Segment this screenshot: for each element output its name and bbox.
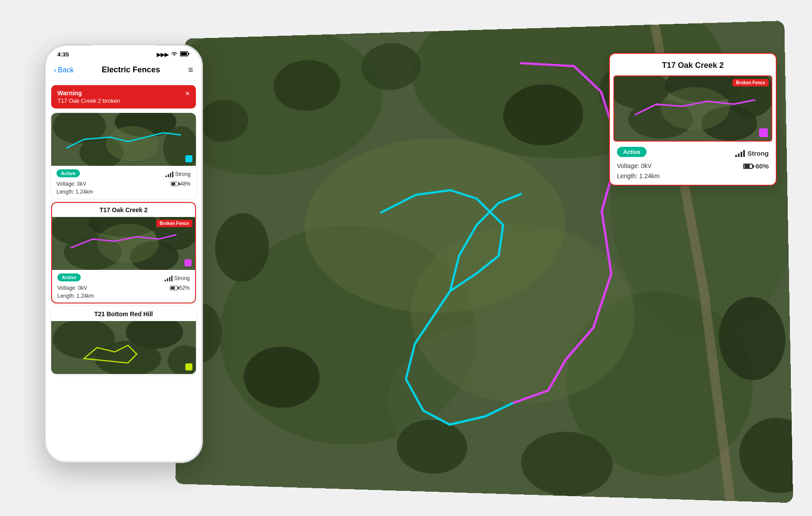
fence-title-3: T21 Bottom Red Hill — [51, 307, 196, 321]
fence-title-2: T17 Oak Creek 2 — [52, 203, 195, 217]
fence-card-1[interactable]: Active Strong Voltage: 0kV — [51, 113, 196, 198]
fence-stats-1: Active Strong Voltage: 0kV — [51, 166, 196, 198]
status-time: 4:35 — [57, 51, 69, 58]
fence-color-2 — [184, 259, 192, 266]
signal-stat-1: Strong — [165, 171, 191, 177]
warning-close-button[interactable]: × — [185, 90, 190, 97]
popup-active-badge: Active — [617, 147, 647, 157]
warning-banner: Warning T17 Oak Creek 2 broken × — [51, 85, 196, 108]
svg-rect-23 — [181, 52, 187, 56]
warning-subtitle: T17 Oak Creek 2 broken — [57, 97, 120, 104]
popup-title: T17 Oak Creek 2 — [613, 56, 772, 75]
page-title: Electric Fences — [102, 65, 160, 75]
popup-stats: Active Strong Voltage: 0kV 60% Length: 1… — [610, 142, 776, 185]
active-badge-2: Active — [57, 273, 81, 281]
battery-2: 52% — [170, 285, 190, 291]
phone-mockup: 4:35 ▶▶▶ ‹ Back El — [44, 44, 203, 463]
signal-icon: ▶▶▶ — [157, 52, 169, 58]
svg-point-37 — [97, 224, 159, 263]
status-icons: ▶▶▶ — [157, 51, 190, 58]
phone-notch — [93, 45, 154, 57]
phone-header: ‹ Back Electric Fences ≡ — [45, 61, 202, 81]
signal-label-1: Strong — [175, 171, 191, 177]
battery-status-icon — [180, 51, 190, 58]
fence-color-1 — [185, 155, 192, 162]
broken-fence-badge-2: Broken Fence — [156, 220, 192, 227]
length-2: Length: 1.24km — [57, 293, 123, 299]
popup-signal-label: Strong — [748, 150, 769, 157]
popup-battery: 60% — [756, 162, 769, 170]
back-button[interactable]: ‹ Back — [54, 66, 74, 74]
battery-pct-1: 48% — [180, 181, 191, 187]
active-badge-1: Active — [56, 169, 80, 177]
popup-color-square — [759, 128, 768, 137]
popup-voltage: Voltage: 0kV — [617, 162, 692, 170]
back-chevron: ‹ — [54, 66, 56, 74]
map-popup[interactable]: T17 Oak Creek 2 Broken Fence Active — [609, 53, 777, 186]
svg-point-49 — [661, 87, 729, 130]
voltage-1: Voltage: 0kV — [56, 181, 123, 187]
warning-title: Warning — [57, 90, 120, 97]
fence-thumbnail-1 — [51, 113, 196, 166]
warning-text: Warning T17 Oak Creek 2 broken — [57, 90, 120, 104]
signal-label-2: Strong — [174, 275, 190, 281]
fence-color-3 — [185, 363, 192, 370]
menu-button[interactable]: ≡ — [188, 65, 193, 75]
wifi-icon — [171, 51, 178, 58]
signal-stat-2: Strong — [165, 275, 190, 281]
fence-card-3[interactable]: T21 Bottom Red Hill — [51, 307, 196, 374]
popup-broken-badge: Broken Fence — [733, 79, 769, 86]
fence-card-2[interactable]: T17 Oak Creek 2 Broken Fence Active — [51, 202, 196, 303]
svg-rect-24 — [188, 53, 190, 55]
popup-length: Length: 1.24km — [617, 172, 692, 179]
svg-point-30 — [106, 126, 159, 161]
battery-pct-2: 52% — [179, 285, 190, 291]
fence-thumbnail-3 — [51, 321, 196, 374]
length-1: Length: 1.24km — [56, 189, 123, 195]
voltage-2: Voltage: 0kV — [57, 285, 123, 291]
fence-stats-2: Active Strong Voltage: 0kV — [52, 270, 195, 303]
fence-thumbnail-2: Broken Fence — [52, 217, 195, 270]
battery-1: 48% — [171, 181, 191, 187]
back-label: Back — [58, 66, 74, 74]
